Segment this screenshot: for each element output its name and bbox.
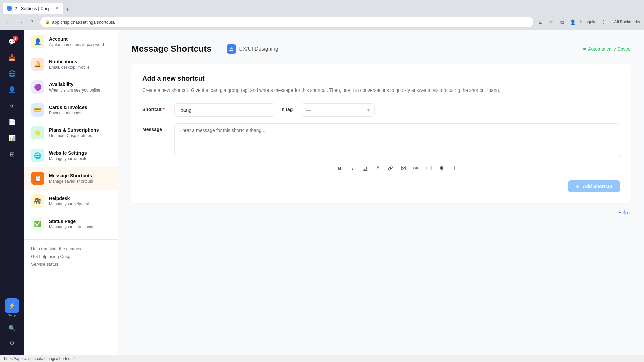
lock-icon: 🔒 — [45, 20, 50, 24]
bold-button[interactable]: B — [334, 162, 345, 174]
menu-button[interactable]: ⋮ — [599, 17, 608, 27]
sidebar-item-campaigns[interactable]: ✈ — [5, 99, 19, 113]
sidebar-item-search[interactable]: 🔍 — [5, 321, 19, 336]
header-divider: | — [218, 45, 220, 53]
sidebar-item-shortcuts[interactable]: 📋 Message Shortcuts Manage saved shortcu… — [24, 167, 118, 190]
sidebar-item-notifications[interactable]: 🔔 Notifications Email, desktop, mobile — [24, 53, 118, 76]
in-tag-select[interactable]: — ▾ — [301, 103, 375, 117]
card-description: Create a new shortcut. Give it a !bang, … — [142, 86, 620, 94]
select-chevron-icon: ▾ — [367, 107, 370, 113]
italic-button[interactable]: I — [347, 162, 358, 174]
tab-close-button[interactable]: ✕ — [55, 6, 59, 11]
svg-rect-1 — [230, 48, 233, 49]
tab-title: 2 - Settings | Crisp — [15, 6, 52, 11]
availability-icon: 🟣 — [31, 80, 44, 94]
refresh-button[interactable]: ↻ — [28, 17, 38, 27]
url-bar[interactable]: 🔒 app.crisp.chat/settings/shortcuts/ — [40, 17, 533, 27]
bookmark-star-icon[interactable]: ☆ — [547, 17, 556, 27]
help-crisp-link[interactable]: Get help using Crisp — [31, 254, 111, 259]
sidebar-item-inbox[interactable]: 📥 — [5, 50, 19, 65]
add-shortcut-button[interactable]: Add Shortcut — [568, 180, 620, 192]
sidebar-item-cards[interactable]: 💳 Cards & Invoices Payment methods — [24, 99, 118, 121]
back-button[interactable]: ← — [4, 17, 13, 27]
page-title: Message Shortcuts — [131, 44, 211, 54]
link-icon — [388, 165, 393, 171]
required-star: * — [162, 107, 165, 112]
sidebar-item-globe[interactable]: 🌐 — [5, 66, 19, 81]
forward-button[interactable]: → — [16, 17, 25, 27]
underline-button[interactable]: U — [360, 162, 371, 174]
account-text: Account Avatar, name, email, password — [49, 36, 104, 47]
message-input[interactable] — [174, 123, 620, 157]
tab-favicon — [7, 6, 12, 11]
tab-bar: 2 - Settings | Crisp ✕ + — [0, 0, 644, 14]
inbox-icon: 📥 — [8, 54, 16, 61]
color-button[interactable]: A — [372, 162, 384, 174]
url-text: app.crisp.chat/settings/shortcuts/ — [52, 20, 529, 25]
sidebar-item-plans[interactable]: ⭐ Plans & Subscriptions Get more Crisp f… — [24, 121, 118, 144]
profile-button[interactable]: 👤 — [568, 17, 578, 27]
form-actions: Add Shortcut — [142, 180, 620, 192]
video-button[interactable] — [423, 162, 435, 174]
help-link[interactable]: Help › — [131, 210, 631, 215]
page-header: Message Shortcuts | UX/UI Designing Auto… — [131, 44, 631, 54]
cast-icon[interactable]: ⊡ — [536, 17, 545, 27]
svg-point-4 — [402, 167, 403, 168]
divider — [611, 19, 611, 25]
plans-text: Plans & Subscriptions Get more Crisp fea… — [49, 127, 99, 138]
sidebar-item-availability[interactable]: 🟣 Availability When visitors see you onl… — [24, 76, 118, 99]
notifications-text: Notifications Email, desktop, mobile — [49, 59, 90, 70]
notifications-subtitle: Email, desktop, mobile — [49, 65, 90, 70]
sidebar-item-website[interactable]: 🌐 Website Settings Manage your website — [24, 144, 118, 167]
record-button[interactable] — [436, 162, 447, 174]
shortcut-row: Shortcut * In tag — ▾ — [142, 103, 620, 117]
sidebar-item-plugins[interactable]: ⊞ — [5, 147, 19, 162]
svg-rect-0 — [229, 50, 233, 51]
cards-subtitle: Payment methods — [49, 111, 87, 115]
image-button[interactable] — [398, 162, 409, 174]
sidebar-item-setup[interactable]: ⚡ — [5, 298, 19, 313]
new-tab-button[interactable]: + — [63, 5, 72, 14]
sidebar-item-contacts[interactable]: 👤 — [5, 82, 19, 97]
account-icon: 👤 — [31, 35, 44, 48]
record-icon — [439, 165, 444, 171]
translate-link[interactable]: Help translate the chatbox — [31, 246, 111, 251]
helpdesk-subtitle: Manage your helpdesk — [49, 202, 90, 206]
service-status-link[interactable]: Service status — [31, 262, 111, 267]
shortcut-input[interactable] — [174, 103, 275, 117]
address-bar: ← → ↻ 🔒 app.crisp.chat/settings/shortcut… — [0, 14, 644, 30]
incognito-label: Incognito — [580, 20, 597, 24]
setup-icon: ⚡ — [8, 302, 16, 309]
sidebar-item-account[interactable]: 👤 Account Avatar, name, email, password — [24, 30, 118, 53]
svg-marker-6 — [430, 167, 431, 170]
gif-button[interactable]: GIF — [411, 162, 422, 174]
notifications-icon: 🔔 — [31, 58, 44, 71]
sidebar-item-settings[interactable]: ⚙ — [5, 336, 19, 351]
cards-icon: 💳 — [31, 103, 44, 117]
help-text: Help › — [618, 210, 631, 215]
shortcuts-icon-emoji: 📋 — [34, 175, 41, 182]
link-button[interactable] — [385, 162, 396, 174]
website-title: Website Settings — [49, 150, 87, 156]
sidebar-item-files[interactable]: 📄 — [5, 115, 19, 129]
sidebar-item-analytics[interactable]: 📊 — [5, 131, 19, 145]
image-icon — [401, 165, 406, 171]
active-tab[interactable]: 2 - Settings | Crisp ✕ — [3, 3, 63, 14]
svg-rect-5 — [427, 167, 430, 169]
sidebar-item-helpdesk[interactable]: 📚 Helpdesk Manage your helpdesk — [24, 190, 118, 213]
underline-u: U — [364, 165, 367, 171]
availability-subtitle: When visitors see you online — [49, 88, 100, 93]
search-icon: 🔍 — [8, 325, 16, 332]
sidebar-item-status[interactable]: ✅ Status Page Manage your status page — [24, 213, 118, 235]
browser-actions: ⊡ ☆ ⧉ 👤 Incognito ⋮ All Bookmarks — [536, 17, 640, 27]
helpdesk-title: Helpdesk — [49, 196, 90, 201]
contacts-icon: 👤 — [8, 86, 16, 94]
more-button[interactable] — [449, 162, 460, 174]
icon-sidebar: 💬 2 📥 🌐 👤 ✈ 📄 📊 ⊞ ⚡ Setup — [0, 30, 24, 355]
svg-point-7 — [440, 166, 444, 170]
extensions-icon[interactable]: ⧉ — [557, 17, 567, 27]
notifications-title: Notifications — [49, 59, 90, 64]
auto-saved-dot — [583, 48, 586, 50]
sidebar-item-chat[interactable]: 💬 2 — [5, 34, 19, 49]
workspace-tag: UX/UI Designing — [227, 44, 278, 54]
